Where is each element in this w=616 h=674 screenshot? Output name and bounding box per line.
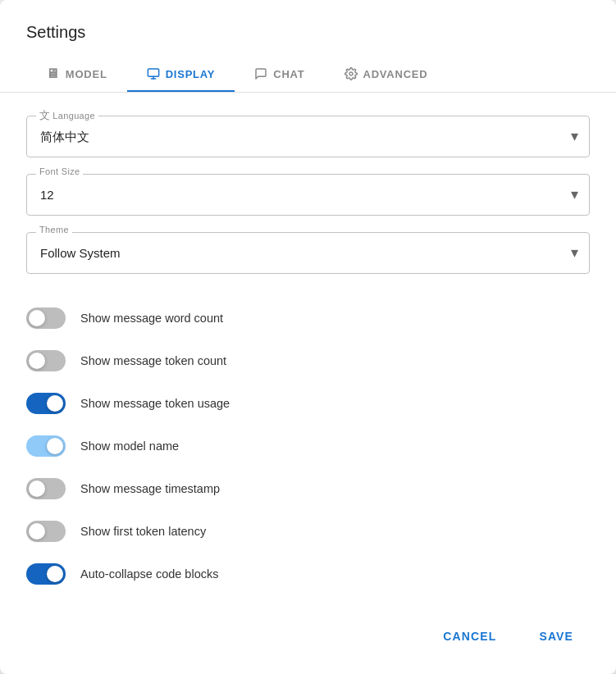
theme-field-group: Theme Follow System Light Dark ▾ [26, 232, 590, 274]
toggle-row-token-usage: Show message token usage [26, 382, 590, 425]
model-icon: 🖥 [46, 66, 60, 81]
toggle-model-name-knob [47, 438, 63, 454]
toggle-row-code-blocks: Auto-collapse code blocks [26, 553, 590, 595]
toggle-list: Show message word count Show message tok… [26, 297, 590, 595]
toggle-code-blocks[interactable] [26, 563, 66, 585]
tab-display-label: DISPLAY [166, 68, 216, 80]
language-icon: 文 [39, 108, 50, 123]
tab-bar: 🖥 MODEL DISPLAY CHAT [0, 57, 616, 93]
svg-rect-0 [148, 69, 158, 76]
language-label: 文 Language [36, 108, 98, 123]
font-size-select-wrapper: 10 11 12 13 14 16 ▾ [26, 174, 590, 216]
tab-advanced[interactable]: ADVANCED [325, 57, 448, 92]
content-area: 文 Language 简体中文 English 日本語 ▾ Font Size … [0, 93, 616, 603]
toggle-token-usage[interactable] [26, 393, 66, 414]
cancel-button[interactable]: CANCEL [427, 622, 513, 651]
tab-model[interactable]: 🖥 MODEL [26, 57, 127, 93]
toggle-first-token[interactable] [26, 521, 66, 542]
toggle-row-first-token: Show first token latency [26, 510, 590, 553]
toggle-token-usage-label: Show message token usage [80, 397, 230, 410]
toggle-word-count-knob [29, 310, 45, 326]
dialog-title: Settings [0, 0, 616, 42]
toggle-token-count-label: Show message token count [80, 354, 226, 367]
display-icon [147, 67, 160, 80]
theme-select-wrapper: Follow System Light Dark ▾ [26, 232, 590, 274]
toggle-token-count-knob [29, 353, 45, 369]
chat-icon [254, 67, 267, 80]
dialog-footer: CANCEL SAVE [0, 602, 616, 674]
toggle-row-model-name: Show model name [26, 425, 590, 467]
toggle-token-count[interactable] [26, 350, 66, 371]
toggle-row-word-count: Show message word count [26, 297, 590, 339]
toggle-row-token-count: Show message token count [26, 339, 590, 382]
toggle-token-usage-knob [47, 395, 63, 412]
tab-chat[interactable]: CHAT [235, 57, 324, 92]
advanced-icon [345, 67, 358, 80]
font-size-select[interactable]: 10 11 12 13 14 16 [26, 174, 590, 216]
toggle-model-name[interactable] [26, 435, 66, 457]
toggle-model-name-label: Show model name [80, 439, 179, 453]
tab-chat-label: CHAT [273, 68, 304, 80]
theme-select[interactable]: Follow System Light Dark [26, 232, 590, 274]
tab-model-label: MODEL [66, 68, 107, 80]
save-button[interactable]: SAVE [522, 622, 590, 651]
language-select[interactable]: 简体中文 English 日本語 [26, 116, 590, 157]
language-select-wrapper: 简体中文 English 日本語 ▾ [26, 116, 590, 157]
settings-dialog: Settings 🖥 MODEL DISPLAY CHAT [0, 0, 616, 674]
toggle-word-count[interactable] [26, 307, 66, 329]
toggle-first-token-label: Show first token latency [80, 525, 206, 538]
toggle-word-count-label: Show message word count [80, 312, 223, 325]
toggle-timestamp-knob [29, 480, 45, 497]
toggle-timestamp-label: Show message timestamp [80, 482, 220, 495]
toggle-code-blocks-label: Auto-collapse code blocks [80, 567, 218, 581]
language-field-group: 文 Language 简体中文 English 日本語 ▾ [26, 116, 590, 157]
font-size-field-group: Font Size 10 11 12 13 14 16 ▾ [26, 174, 590, 216]
svg-point-3 [349, 72, 353, 75]
toggle-code-blocks-knob [47, 566, 63, 582]
font-size-label: Font Size [36, 166, 83, 176]
toggle-row-timestamp: Show message timestamp [26, 467, 590, 510]
toggle-timestamp[interactable] [26, 478, 66, 499]
tab-advanced-label: ADVANCED [363, 68, 428, 80]
theme-label: Theme [36, 225, 72, 235]
tab-display[interactable]: DISPLAY [127, 57, 235, 92]
toggle-first-token-knob [29, 523, 45, 540]
